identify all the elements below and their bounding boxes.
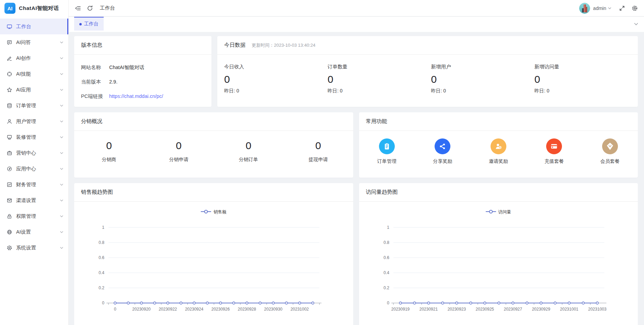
refresh-icon[interactable] bbox=[87, 5, 93, 11]
tabbar-chevron-down-icon[interactable] bbox=[634, 22, 639, 26]
stat-value: 0 bbox=[214, 140, 283, 152]
svg-text:20231002: 20231002 bbox=[290, 307, 309, 312]
stat-label: 分销商 bbox=[74, 157, 144, 163]
version-row-label: 当前版本 bbox=[81, 78, 109, 85]
chevron-down-icon bbox=[60, 183, 64, 187]
stat-value: 0 bbox=[144, 140, 214, 152]
visits-legend[interactable]: 访问量 bbox=[359, 209, 638, 215]
fullscreen-icon[interactable] bbox=[619, 5, 625, 11]
svg-text:0: 0 bbox=[387, 301, 389, 305]
function-item-share-reward[interactable]: 分享奖励 bbox=[415, 138, 471, 165]
distribution-card-title: 分销概况 bbox=[74, 112, 353, 131]
distribution-stats: 0分销商0分销申请0分销订单0提现申请 bbox=[74, 131, 353, 163]
version-row: PC端链接https://chat.mddai.cn/pc/ bbox=[81, 93, 205, 100]
share-icon bbox=[435, 138, 450, 154]
layout-icon bbox=[7, 134, 12, 140]
sidebar-item-workbench[interactable]: 工作台 bbox=[0, 19, 68, 34]
function-item-label: 邀请奖励 bbox=[489, 158, 508, 165]
briefcase-icon bbox=[7, 150, 12, 156]
chevron-down-icon bbox=[60, 199, 64, 202]
sidebar-item-finance[interactable]: 财务管理 bbox=[0, 177, 68, 192]
sidebar-item-ai-setting[interactable]: AI设置 bbox=[0, 224, 68, 240]
chevron-down-icon bbox=[60, 230, 64, 234]
stat-label: 分销订单 bbox=[214, 157, 283, 163]
stat-value: 0 bbox=[283, 140, 353, 152]
avatar[interactable] bbox=[579, 3, 590, 14]
chevron-down-icon bbox=[60, 41, 64, 44]
sidebar-item-decoration[interactable]: 装修管理 bbox=[0, 129, 68, 145]
visits-line-chart: 00.20.40.60.8120230919202309212023092320… bbox=[359, 216, 638, 325]
fold-icon[interactable] bbox=[75, 5, 81, 11]
sidebar-item-users[interactable]: 用户管理 bbox=[0, 113, 68, 129]
chevron-down-icon bbox=[60, 72, 64, 76]
sidebar-item-label: 渠道设置 bbox=[16, 197, 36, 204]
sidebar-item-orders[interactable]: 订单管理 bbox=[0, 98, 68, 113]
pc-link[interactable]: https://chat.mddai.cn/pc/ bbox=[109, 93, 163, 100]
version-row: 网站名称ChatAI智能对话 bbox=[81, 64, 205, 71]
mail-icon bbox=[7, 198, 12, 203]
chevron-down-icon bbox=[60, 167, 64, 171]
svg-text:0.2: 0.2 bbox=[99, 285, 104, 290]
svg-text:1: 1 bbox=[387, 225, 389, 230]
distribution-stat: 0分销商 bbox=[74, 140, 144, 163]
visits-trend-card: 访问量趋势图 访问量 00.20.40.60.81202309192023092… bbox=[359, 183, 638, 325]
gear-icon bbox=[7, 245, 12, 251]
sidebar-item-permission[interactable]: 权限管理 bbox=[0, 208, 68, 224]
function-item-invite-reward[interactable]: 邀请奖励 bbox=[471, 138, 527, 165]
svg-text:1: 1 bbox=[102, 225, 104, 230]
sales-legend[interactable]: 销售额 bbox=[74, 209, 353, 215]
svg-text:20230919: 20230919 bbox=[391, 307, 410, 312]
monitor-icon bbox=[7, 24, 12, 30]
chevron-down-icon bbox=[60, 151, 64, 155]
user-plus-icon bbox=[491, 138, 506, 154]
sidebar-item-ai-app[interactable]: AI应用 bbox=[0, 82, 68, 98]
chevron-down-icon bbox=[60, 120, 64, 123]
gear-icon[interactable] bbox=[632, 5, 638, 11]
svg-text:20230920: 20230920 bbox=[132, 307, 151, 312]
visits-chart-title: 访问量趋势图 bbox=[359, 183, 638, 202]
function-item-recharge-plan[interactable]: 充值套餐 bbox=[526, 138, 582, 165]
stat-value: 0 bbox=[74, 140, 144, 152]
sidebar-item-system[interactable]: 系统设置 bbox=[0, 240, 68, 256]
function-items: 订单管理分享奖励邀请奖励充值套餐会员套餐 bbox=[359, 131, 638, 165]
database-icon bbox=[7, 103, 12, 109]
topbar: 工作台 admin bbox=[69, 0, 644, 16]
user-icon bbox=[7, 119, 12, 124]
app-logo-row[interactable]: AI ChatAI智能对话 bbox=[0, 0, 68, 16]
sidebar-item-label: 权限管理 bbox=[16, 213, 36, 220]
chevron-down-icon bbox=[60, 104, 64, 108]
sidebar-item-ai-qa[interactable]: AI问答 bbox=[0, 34, 68, 50]
sidebar-item-channel[interactable]: 渠道设置 bbox=[0, 192, 68, 208]
sidebar-item-marketing[interactable]: 营销中心 bbox=[0, 145, 68, 161]
distribution-stat: 0分销订单 bbox=[214, 140, 283, 163]
tab-workbench[interactable]: 工作台 bbox=[74, 17, 104, 31]
username-label: admin bbox=[593, 5, 606, 11]
version-row-value: 2.9. bbox=[109, 78, 117, 85]
svg-text:0.4: 0.4 bbox=[99, 270, 104, 275]
svg-text:0.6: 0.6 bbox=[99, 255, 104, 260]
sidebar-item-label: AI创作 bbox=[16, 55, 31, 61]
function-item-order-manage[interactable]: 订单管理 bbox=[359, 138, 415, 165]
svg-text:0.8: 0.8 bbox=[99, 240, 104, 245]
crosshair-icon bbox=[7, 71, 12, 77]
distribution-card: 分销概况 0分销商0分销申请0分销订单0提现申请 bbox=[74, 112, 353, 178]
user-menu[interactable]: admin bbox=[593, 5, 611, 11]
stat-yesterday: 昨日: 0 bbox=[327, 88, 431, 94]
function-item-member-plan[interactable]: 会员套餐 bbox=[582, 138, 638, 165]
app-logo: AI bbox=[4, 3, 15, 14]
sidebar-item-ai-skill[interactable]: AI技能 bbox=[0, 66, 68, 82]
stat-label: 今日收入 bbox=[224, 64, 327, 70]
sales-chart-title: 销售额趋势图 bbox=[74, 183, 353, 202]
star-icon bbox=[7, 87, 12, 93]
version-row-value: ChatAI智能对话 bbox=[109, 64, 144, 71]
sidebar-item-label: AI问答 bbox=[16, 39, 31, 46]
functions-card-title: 常用功能 bbox=[359, 112, 638, 131]
sidebar-item-ai-create[interactable]: AI创作 bbox=[0, 50, 68, 66]
version-row: 当前版本2.9. bbox=[81, 78, 205, 85]
chevron-down-icon bbox=[608, 7, 611, 10]
sidebar-item-label: 订单管理 bbox=[16, 102, 36, 109]
svg-text:20230923: 20230923 bbox=[447, 307, 466, 312]
lock-icon bbox=[7, 213, 12, 219]
sidebar-item-app-center[interactable]: 应用中心 bbox=[0, 161, 68, 177]
version-row-label: PC端链接 bbox=[81, 93, 109, 100]
